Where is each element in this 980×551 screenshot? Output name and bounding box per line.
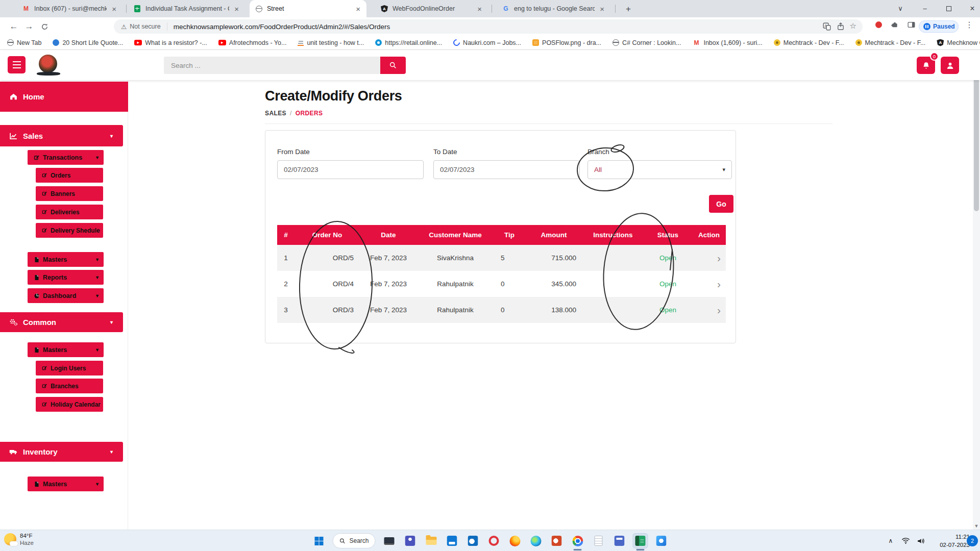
bookmark-item[interactable]: Inbox (1,609) - suri... — [692, 39, 762, 47]
sidebar-item-branches[interactable]: Branches — [36, 379, 103, 393]
row-expand-chevron-icon[interactable]: › — [692, 305, 726, 315]
sidebar-item-banners[interactable]: Banners — [36, 186, 103, 201]
browser-tab-gmail[interactable]: Inbox (607) - suri@mechknowsof × — [17, 0, 122, 17]
sidebar-item-dashboard[interactable]: Dashboard ▾ — [28, 288, 104, 303]
desktop-app-button[interactable] — [382, 534, 397, 548]
store-button[interactable] — [445, 534, 459, 548]
close-button[interactable]: × — [963, 0, 980, 17]
opera-button[interactable] — [487, 534, 501, 548]
translate-icon[interactable]: A — [822, 22, 831, 31]
notification-center-badge[interactable]: 2 — [967, 535, 978, 546]
from-date-input[interactable] — [277, 160, 424, 179]
notepad-button[interactable] — [592, 534, 606, 548]
tab-close-icon[interactable]: × — [476, 5, 483, 13]
row-expand-chevron-icon[interactable]: › — [692, 279, 726, 289]
wifi-icon[interactable] — [898, 530, 913, 551]
bookmark-item[interactable]: Mechtrack - Dev - F... — [855, 39, 926, 46]
maximize-button[interactable] — [939, 0, 959, 17]
new-tab-button[interactable]: + — [622, 3, 635, 16]
tab-search-icon[interactable]: ∨ — [891, 0, 910, 17]
reload-icon[interactable] — [38, 20, 51, 33]
browser-tab-sheets[interactable]: Individual Task Assignment - Goo × — [128, 0, 245, 17]
branch-select[interactable]: All ▾ — [587, 160, 732, 179]
bookmark-item[interactable]: 20 Short Life Quote... — [53, 39, 123, 46]
bookmark-item[interactable]: Mechtrack - Dev - F... — [774, 39, 844, 46]
bookmark-item[interactable]: POSFlow.png - dra... — [532, 39, 601, 46]
side-panel-icon[interactable] — [905, 19, 917, 30]
browser-tab-google[interactable]: eng to telugu - Google Search × — [497, 0, 610, 17]
forward-icon[interactable]: → — [22, 20, 36, 33]
bookmark-item[interactable]: Naukri.com – Jobs... — [453, 39, 521, 46]
browser-tab-angular[interactable]: WebFoodOnlineOrder × — [375, 0, 488, 17]
back-icon[interactable]: ← — [7, 20, 20, 33]
tab-close-icon[interactable]: × — [599, 5, 605, 13]
go-button[interactable]: Go — [709, 195, 733, 213]
sidebar-item-sales[interactable]: Sales ▾ — [0, 125, 123, 146]
sidebar-item-login-users[interactable]: Login Users — [36, 361, 103, 375]
minimize-button[interactable]: – — [915, 0, 935, 17]
sidebar-item-reports[interactable]: Reports ▾ — [28, 270, 104, 285]
bookmark-item[interactable]: https://retail.online... — [375, 39, 442, 46]
tab-close-icon[interactable]: × — [233, 5, 240, 13]
extensions-puzzle-icon[interactable] — [889, 19, 900, 30]
edge-button[interactable] — [529, 534, 543, 548]
browser-tab-active[interactable]: Street × — [250, 0, 366, 17]
scroll-down-icon[interactable]: ▼ — [973, 522, 980, 530]
page-scrollbar[interactable]: ▲ ▼ — [973, 50, 980, 530]
extension-red-icon[interactable] — [873, 19, 884, 30]
app-search-input[interactable] — [164, 57, 380, 74]
excel-button[interactable] — [633, 534, 648, 548]
taskbar-clock[interactable]: 11:21 02-07-2023 — [930, 533, 970, 549]
volume-icon[interactable] — [914, 530, 928, 551]
row-expand-chevron-icon[interactable]: › — [692, 253, 726, 263]
sidebar-toggle-button[interactable] — [8, 56, 26, 73]
sidebar-item-transactions[interactable]: Transactions ▾ — [28, 150, 104, 165]
not-secure-warning[interactable]: ⚠ Not secure — [114, 23, 167, 31]
start-button[interactable] — [311, 534, 326, 548]
calculator-button[interactable] — [612, 534, 627, 548]
file-explorer-button[interactable] — [424, 534, 438, 548]
taskbar-search[interactable]: Search — [332, 533, 375, 548]
bookmark-item[interactable]: Afrotechmods - Yo... — [218, 39, 287, 46]
table-row[interactable]: 2 ORD/4 Feb 7, 2023 Rahulpatnik 0 345.00… — [277, 271, 726, 297]
url-omnibox[interactable]: ⚠ Not secure mechknowsamplework.com/Food… — [114, 19, 863, 34]
taskbar-weather-widget[interactable]: 84°F Haze — [4, 532, 34, 547]
profile-button[interactable] — [941, 57, 959, 74]
app-search-button[interactable] — [380, 57, 406, 74]
bookmark-item[interactable]: Mechknow CRM — [937, 39, 980, 46]
sidebar-item-masters-inventory[interactable]: Masters ▾ — [28, 477, 104, 491]
tab-close-icon[interactable]: × — [355, 5, 361, 13]
sidebar-item-delivery-schedule[interactable]: Delivery Shedule — [36, 223, 103, 238]
photos-button[interactable] — [654, 534, 669, 548]
breadcrumb-parent[interactable]: SALES — [265, 110, 286, 117]
sidebar-item-inventory[interactable]: Inventory ▾ — [0, 442, 123, 462]
browser-menu-icon[interactable]: ⋮ — [964, 19, 975, 30]
app-logo[interactable] — [39, 55, 57, 73]
bookmark-item[interactable]: What is a resistor? -... — [134, 39, 207, 46]
sidebar-item-home[interactable]: Home — [0, 82, 128, 112]
scrollbar-thumb[interactable] — [974, 58, 979, 211]
bookmark-item[interactable]: C# Corner : Lookin... — [612, 39, 681, 46]
chrome-button[interactable] — [571, 534, 585, 548]
teams-button[interactable] — [403, 534, 418, 548]
sidebar-item-deliveries[interactable]: Deliveries — [36, 205, 103, 219]
table-row[interactable]: 3 ORD/3 Feb 7, 2023 Rahulpatnik 0 138.00… — [277, 297, 726, 323]
sidebar-item-common[interactable]: Common ▾ — [0, 312, 123, 332]
bookmark-item[interactable]: New Tab — [7, 39, 41, 46]
sidebar-item-masters-sales[interactable]: Masters ▾ — [28, 252, 104, 267]
firefox-button[interactable] — [508, 534, 522, 548]
outlook-button[interactable] — [466, 534, 480, 548]
share-icon[interactable] — [836, 22, 845, 31]
tab-close-icon[interactable]: × — [111, 5, 117, 13]
powerpoint-button[interactable] — [550, 534, 564, 548]
sidebar-item-holiday-calendar[interactable]: Holiday Calendar — [36, 397, 103, 412]
tray-chevron-up-icon[interactable]: ∧ — [884, 530, 897, 551]
table-row[interactable]: 1 ORD/5 Feb 7, 2023 SivaKrishna 5 715.00… — [277, 245, 726, 271]
url-text[interactable]: mechknowsamplework.com/FoodOrderProduct/… — [174, 23, 390, 31]
bookmark-item[interactable]: unit testing - how t... — [298, 39, 364, 46]
sidebar-item-masters-common[interactable]: Masters ▾ — [28, 342, 104, 357]
sync-paused-button[interactable]: Paused — [919, 20, 959, 33]
sidebar-item-orders[interactable]: Orders — [36, 168, 103, 183]
bookmark-star-icon[interactable]: ☆ — [850, 22, 856, 31]
to-date-input[interactable] — [433, 160, 580, 179]
